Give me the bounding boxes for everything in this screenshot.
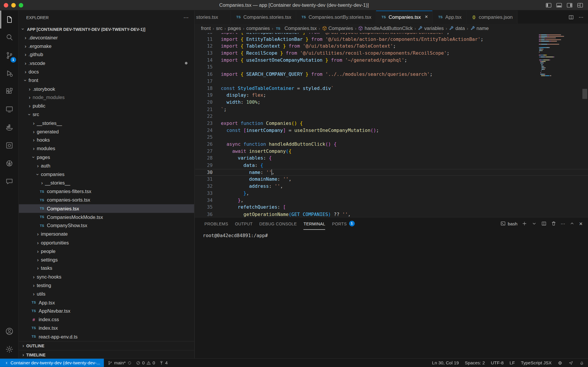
code-line-13[interactable]: 13import { RecoilScope } from '@/ui/util… [195,50,588,57]
container-tools-icon[interactable] [0,136,18,154]
minimap[interactable] [539,34,580,77]
code-line-24[interactable]: 24 const [insertCompany] = useInsertOneC… [195,127,588,134]
close-tab-icon[interactable]: ✕ [425,15,428,20]
code-line-27[interactable]: 27 await insertCompany({ [195,148,588,155]
docker-icon[interactable] [0,118,18,136]
panel-tab-output[interactable]: OUTPUT [235,217,253,229]
file-react-app-env.d.ts[interactable]: TSreact-app-env.d.ts [19,332,194,341]
kill-terminal-icon[interactable] [551,221,557,226]
toggle-panel-icon[interactable] [556,2,562,9]
file-index.css[interactable]: #index.css [19,315,194,324]
ports-indicator[interactable]: 4 [159,360,168,366]
status-cursor-position[interactable]: Ln 30, Col 19 [432,360,459,366]
folder-public[interactable]: ›public [19,102,194,110]
folder-pages[interactable]: ›pages [19,153,194,162]
code-line-29[interactable]: 29 data: { [195,162,588,169]
remote-indicator[interactable]: Container dev-twenty-dev (dev-twenty-dev… [0,359,104,367]
split-terminal-icon[interactable] [541,221,547,226]
breadcrumb-item-companies[interactable]: companies [246,26,270,31]
explorer-icon[interactable] [0,11,18,29]
code-line-22[interactable]: 22 [195,113,588,120]
toggle-secondary-sidebar-icon[interactable] [566,2,573,9]
code-line-32[interactable]: 32 address: '', [195,183,588,190]
code-line-34[interactable]: 34 }, [195,197,588,204]
file-companies-filters.tsx[interactable]: TScompanies-filters.tsx [19,187,194,196]
folder-node_modules[interactable]: ›node_modules [19,93,194,102]
language-status-icon[interactable] [558,360,563,365]
code-line-26[interactable]: 26 async function handleAddButtonClick()… [195,141,588,148]
folder-settings[interactable]: ›settings [19,256,194,264]
breadcrumb-item-src[interactable]: src [216,26,223,31]
breadcrumb-item-Companies[interactable]: Companies [322,26,353,31]
folder-modules[interactable]: ›modules [19,145,194,153]
terminal-dropdown-icon[interactable] [531,221,537,226]
status-language-mode[interactable]: TypeScript JSX [521,360,552,366]
code-line-25[interactable]: 25 [195,134,588,141]
tab-App.tsx[interactable]: TSApp.tsx [433,11,467,24]
toggle-primary-sidebar-icon[interactable] [545,2,552,9]
branch-indicator[interactable]: main* [108,360,132,366]
terminal[interactable]: root@0a42ecd84891:/app# [195,230,588,238]
folder-__stories__[interactable]: ›__stories__ [19,119,194,127]
breadcrumb-item-handleAddButtonClick[interactable]: handleAddButtonClick [358,26,413,31]
shell-selector[interactable]: bash [500,221,517,226]
code-line-17[interactable]: 17 [195,78,588,85]
status-encoding[interactable]: UTF-8 [491,360,504,366]
search-icon[interactable] [0,29,18,46]
code-line-15[interactable]: 15 [195,64,588,71]
comment-icon[interactable] [0,172,18,190]
breadcrumb-item-pages[interactable]: pages [228,26,241,31]
folder-companies[interactable]: ›companies [19,170,194,179]
code-line-12[interactable]: 12import { TableContext } from '@/ui/tab… [195,43,588,50]
panel-more-icon[interactable]: ⋯ [561,221,565,226]
tab-Companies.sortBy.stories.tsx[interactable]: TSCompanies.sortBy.stories.tsx [296,11,376,24]
file-App.tsx[interactable]: TSApp.tsx [19,298,194,307]
notifications-bell-icon[interactable] [579,360,584,365]
code-line-20[interactable]: 20 width: 100%; [195,99,588,106]
explorer-more-actions-icon[interactable]: ⋯ [183,15,189,21]
new-terminal-icon[interactable] [522,221,527,226]
code-line-28[interactable]: 28 variables: { [195,155,588,162]
extensions-icon[interactable] [0,83,18,100]
breadcrumb-item-data[interactable]: data [449,26,465,31]
more-actions-icon[interactable]: ⋯ [579,14,584,20]
code-editor[interactable]: 10import { WithTopBarContainer } from '@… [195,33,588,217]
breadcrumb-item-Companies.tsx[interactable]: TSCompanies.tsx [275,26,317,31]
code-line-18[interactable]: 18const StyledTableContainer = styled.di… [195,85,588,92]
source-control-icon[interactable]: 1 [0,46,18,64]
code-line-31[interactable]: 31 domainName: '', [195,176,588,183]
split-editor-icon[interactable] [568,14,574,20]
timeline-section[interactable]: › TIMELINE [19,350,194,358]
file-index.tsx[interactable]: TSindex.tsx [19,324,194,332]
file-AppNavbar.tsx[interactable]: TSAppNavbar.tsx [19,307,194,315]
feedback-icon[interactable] [569,360,574,365]
remote-explorer-icon[interactable] [0,100,18,118]
panel-tab-debug-console[interactable]: DEBUG CONSOLE [259,217,297,229]
folder-impersonate[interactable]: ›impersonate [19,230,194,238]
folder-.storybook[interactable]: ›.storybook [19,85,194,93]
panel-tab-problems[interactable]: PROBLEMS [204,217,228,229]
maximize-panel-icon[interactable] [569,221,575,226]
folder-tasks[interactable]: ›tasks [19,264,194,273]
status-indentation[interactable]: Spaces: 2 [465,360,485,366]
code-line-11[interactable]: 11import { EntityTableActionBar } from '… [195,36,588,43]
code-line-35[interactable]: 35 refetchQueries: [ [195,204,588,211]
outline-section[interactable]: › OUTLINE [19,341,194,350]
folder-utils[interactable]: ›utils [19,290,194,298]
code-line-16[interactable]: 16import { SEARCH_COMPANY_QUERY } from '… [195,71,588,78]
code-line-10[interactable]: 10import { WithTopBarContainer } from '@… [195,33,588,36]
breadcrumb-item-variables[interactable]: variables [418,26,444,31]
run-debug-icon[interactable] [0,64,18,82]
kubernetes-icon[interactable] [0,155,18,172]
file-companies-sorts.tsx[interactable]: TScompanies-sorts.tsx [19,196,194,204]
folder-docs[interactable]: ›docs [19,68,194,76]
breadcrumb-item-name[interactable]: name [470,26,489,31]
folder-testing[interactable]: ›testing [19,281,194,290]
file-CompaniesMockMode.tsx[interactable]: TSCompaniesMockMode.tsx [19,213,194,221]
tab-companies.json[interactable]: {}companies.json [467,11,518,24]
code-line-33[interactable]: 33 }, [195,190,588,197]
accounts-icon[interactable] [0,322,18,340]
folder-.devcontainer[interactable]: ›.devcontainer [19,33,194,42]
folder-auth[interactable]: ›auth [19,162,194,170]
folder-hooks[interactable]: ›hooks [19,136,194,144]
